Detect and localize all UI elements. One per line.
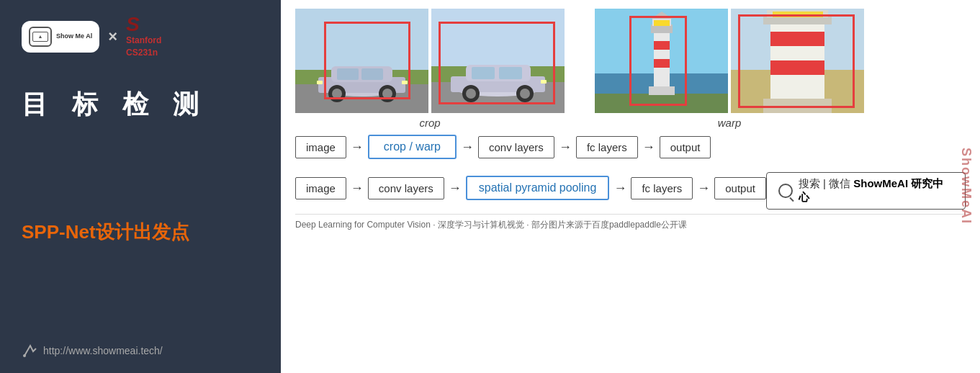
car-image-pair: [295, 9, 565, 113]
watermark-text: ShowMeAI: [958, 148, 974, 225]
svg-rect-32: [654, 41, 670, 50]
car-image-2: [431, 9, 565, 113]
flow1-output-box: output: [660, 136, 711, 158]
search-bar-wrapper: 搜索 | 微信 ShowMeAI 研究中心: [766, 166, 966, 210]
crop-label: crop: [419, 117, 440, 129]
svg-rect-1: [295, 9, 428, 70]
search-bar[interactable]: 搜索 | 微信 ShowMeAI 研究中心: [766, 172, 966, 210]
search-icon: [778, 184, 793, 198]
car-image-group: crop: [295, 9, 565, 129]
showmeai-logo-icon: ▲: [29, 27, 52, 47]
flow1-conv-box: conv layers: [478, 136, 554, 158]
svg-rect-38: [649, 86, 675, 95]
sidebar: ▲ Show Me Al × S Stanford CS231n 目 标 检 测…: [0, 0, 281, 373]
svg-rect-27: [541, 80, 547, 84]
svg-rect-14: [317, 81, 323, 84]
lighthouse-scene-1-svg: [595, 9, 728, 113]
warp-label: warp: [718, 117, 742, 129]
svg-rect-46: [773, 12, 823, 17]
svg-point-10: [332, 89, 342, 99]
svg-rect-42: [770, 32, 824, 46]
lighthouse-image-pair: [595, 9, 864, 113]
lighthouse-scene-2-svg: [731, 9, 864, 113]
footer-text: Deep Learning for Computer Vision · 深度学习…: [295, 219, 687, 231]
flow1-arrow1: →: [346, 140, 368, 155]
svg-rect-43: [770, 60, 824, 75]
flow1-crop-warp-box: crop / warp: [368, 135, 457, 159]
flow2-arrow2: →: [444, 181, 466, 196]
flow-row-1: image → crop / warp → conv layers → fc l…: [295, 135, 966, 159]
nav-arrow-icon: [22, 343, 37, 359]
svg-rect-37: [654, 20, 670, 26]
flow1-image-box: image: [295, 136, 346, 158]
svg-rect-30: [595, 94, 728, 113]
flow1-arrow4: →: [638, 140, 660, 155]
flow2-conv-box: conv layers: [368, 177, 444, 199]
page-title-cn: 目 标 检 测: [22, 88, 259, 122]
flow1-arrow3: →: [554, 140, 576, 155]
flow2-arrow4: →: [693, 181, 714, 196]
showmeai-badge: ▲ Show Me Al: [22, 21, 99, 53]
footer-bar: Deep Learning for Computer Vision · 深度学习…: [295, 214, 966, 231]
lighthouse-image-1: [595, 9, 728, 113]
lighthouse-image-group: warp: [595, 9, 864, 129]
stanford-text: Stanford CS231n: [126, 35, 161, 59]
svg-rect-22: [499, 67, 522, 79]
flow2-image-box: image: [295, 177, 346, 199]
svg-point-26: [520, 89, 530, 99]
watermark: ShowMeAI: [951, 0, 980, 373]
svg-rect-21: [472, 67, 495, 79]
logo-area: ▲ Show Me Al × S Stanford CS231n: [22, 14, 259, 59]
flow1-fc-box: fc layers: [576, 136, 638, 158]
screen-icon: ▲: [32, 32, 48, 42]
search-text: 搜索 | 微信 ShowMeAI 研究中心: [799, 177, 953, 205]
svg-rect-13: [402, 81, 408, 84]
stanford-s-icon: S: [126, 14, 161, 35]
stanford-badge: S Stanford CS231n: [126, 14, 161, 59]
flow2-fc-box: fc layers: [631, 177, 693, 199]
main-content: crop: [281, 0, 980, 373]
flow2-spp-box: spatial pyramid pooling: [466, 176, 610, 200]
x-separator: ×: [108, 27, 117, 46]
svg-rect-8: [361, 68, 383, 80]
spp-net-title: SPP-Net设计出发点: [22, 220, 259, 245]
car-scene-1-svg: [295, 9, 428, 113]
car-image-1: [295, 9, 428, 113]
svg-rect-47: [763, 99, 832, 113]
website-row: http://www.showmeai.tech/: [22, 343, 259, 359]
flow2-arrow1: →: [346, 181, 368, 196]
flow2-arrow3: →: [609, 181, 631, 196]
flow2-output-box: output: [714, 177, 766, 199]
svg-point-24: [466, 89, 476, 99]
flow1-arrow2: →: [457, 140, 478, 155]
svg-point-0: [23, 354, 26, 357]
svg-rect-15: [431, 9, 565, 66]
svg-rect-33: [654, 59, 670, 68]
svg-rect-7: [337, 68, 359, 80]
flow-row-2: image → conv layers → spatial pyramid po…: [295, 166, 966, 210]
lighthouse-image-2: [731, 9, 864, 113]
car-scene-2-svg: [431, 9, 565, 113]
flow-diagrams: image → crop / warp → conv layers → fc l…: [295, 135, 966, 210]
svg-point-12: [382, 89, 392, 99]
images-row: crop: [295, 9, 966, 129]
website-url: http://www.showmeai.tech/: [43, 345, 163, 356]
showmeai-label: Show Me Al: [56, 32, 92, 40]
